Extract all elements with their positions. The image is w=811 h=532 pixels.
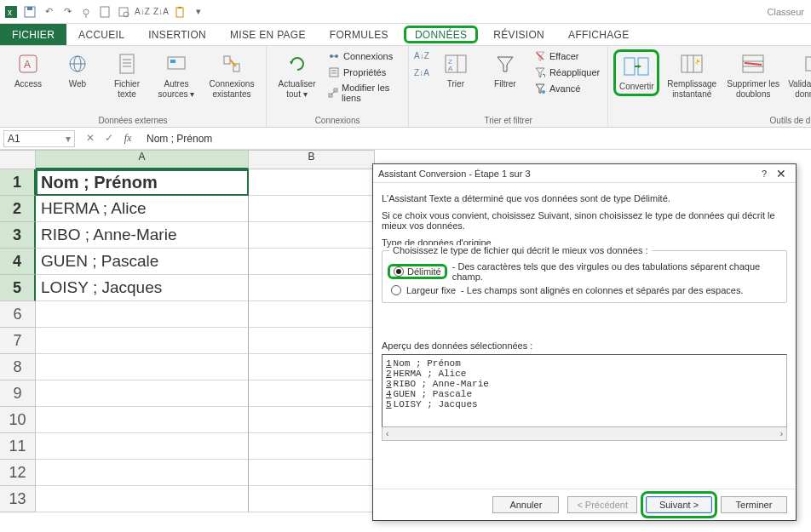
cell-b10[interactable]: [249, 407, 375, 433]
sort-asc-icon[interactable]: A↓Z: [135, 4, 150, 20]
cell-b6[interactable]: [249, 301, 375, 328]
row-header-6[interactable]: 6: [0, 301, 36, 328]
cell-b8[interactable]: [249, 354, 375, 380]
reapply-button[interactable]: Réappliquer: [532, 66, 602, 79]
cell-b13[interactable]: [249, 486, 375, 512]
qat-customize-icon[interactable]: ▾: [191, 4, 206, 20]
cell-a1[interactable]: Nom ; Prénom: [36, 169, 249, 196]
sort-desc-small-icon[interactable]: Z↓A: [414, 66, 429, 78]
cell-a4[interactable]: GUEN ; Pascale: [36, 249, 249, 275]
tab-layout[interactable]: MISE EN PAGE: [218, 24, 318, 45]
row-header-4[interactable]: 4: [0, 249, 36, 275]
cell-a8[interactable]: [36, 354, 249, 380]
cancel-formula-icon[interactable]: ✕: [82, 132, 99, 145]
row-header-8[interactable]: 8: [0, 354, 36, 380]
row-header-9[interactable]: 9: [0, 380, 36, 407]
properties-button[interactable]: Propriétés: [325, 66, 403, 79]
cancel-button[interactable]: Annuler: [492, 496, 559, 513]
paste-icon[interactable]: [172, 4, 187, 20]
advanced-filter-button[interactable]: Avancé: [532, 82, 602, 95]
new-icon[interactable]: [97, 4, 112, 20]
radio-fixed-width[interactable]: [391, 285, 401, 295]
row-header-10[interactable]: 10: [0, 407, 36, 433]
next-button[interactable]: Suivant >: [646, 496, 712, 513]
row-header-5[interactable]: 5: [0, 275, 36, 301]
enter-formula-icon[interactable]: ✓: [101, 132, 118, 145]
cell-b12[interactable]: [249, 460, 375, 486]
text-to-columns-button[interactable]: Convertir: [613, 49, 659, 96]
save-icon[interactable]: [22, 4, 37, 20]
properties-icon: [328, 66, 340, 78]
connections-button[interactable]: Connexions: [325, 49, 403, 63]
cell-a3[interactable]: RIBO ; Anne-Marie: [36, 222, 249, 249]
cell-a10[interactable]: [36, 407, 249, 433]
cell-b7[interactable]: [249, 328, 375, 354]
row-header-1[interactable]: 1: [0, 169, 36, 196]
undo-icon[interactable]: ↶: [41, 4, 56, 20]
radio-delimited[interactable]: [394, 266, 404, 277]
cell-b9[interactable]: [249, 380, 375, 407]
flash-fill-button[interactable]: Remplissage instantané: [663, 49, 721, 100]
access-button[interactable]: A Access: [5, 49, 51, 91]
select-all-corner[interactable]: [0, 151, 36, 169]
cell-a13[interactable]: [36, 486, 249, 512]
cell-b3[interactable]: [249, 222, 375, 249]
data-validation-button[interactable]: Validation des données ▾: [785, 49, 811, 100]
cell-a7[interactable]: [36, 328, 249, 354]
sort-desc-icon[interactable]: Z↓A: [153, 4, 169, 20]
preview-scrollbar[interactable]: ‹›: [382, 427, 787, 441]
svg-rect-3: [27, 7, 32, 10]
cell-a5[interactable]: LOISY ; Jacques: [36, 275, 249, 301]
tab-review[interactable]: RÉVISION: [481, 24, 556, 45]
cell-a11[interactable]: [36, 433, 249, 460]
remove-duplicates-button[interactable]: Supprimer les doublons: [724, 49, 782, 100]
tab-file[interactable]: FICHIER: [0, 24, 66, 45]
cell-a2[interactable]: HERMA ; Alice: [36, 196, 249, 222]
tab-insert[interactable]: INSERTION: [136, 24, 218, 45]
column-header-b[interactable]: B: [249, 151, 375, 169]
cell-a6[interactable]: [36, 301, 249, 328]
cell-b4[interactable]: [249, 249, 375, 275]
tab-data[interactable]: DONNÉES: [404, 26, 478, 43]
cell-a12[interactable]: [36, 460, 249, 486]
svg-rect-6: [101, 7, 109, 17]
refresh-all-button[interactable]: Actualiser tout ▾: [272, 49, 322, 100]
cell-b11[interactable]: [249, 433, 375, 460]
row-header-12[interactable]: 12: [0, 460, 36, 486]
fx-icon[interactable]: fx: [119, 132, 136, 145]
worksheet[interactable]: A B 1 Nom ; Prénom 2 HERMA ; Alice 3 RIB…: [0, 150, 375, 532]
cell-b2[interactable]: [249, 196, 375, 222]
dialog-help-icon[interactable]: ?: [756, 169, 772, 179]
column-header-a[interactable]: A: [36, 151, 249, 169]
touch-mode-icon[interactable]: [78, 4, 94, 20]
finish-button[interactable]: Terminer: [721, 496, 787, 513]
cell-a9[interactable]: [36, 380, 249, 407]
sort-button[interactable]: ZA Trier: [433, 49, 479, 91]
redo-icon[interactable]: ↷: [60, 4, 75, 20]
name-box[interactable]: A1: [3, 130, 75, 147]
row-header-2[interactable]: 2: [0, 196, 36, 222]
edit-links-button[interactable]: Modifier les liens: [325, 82, 403, 104]
from-web-button[interactable]: Web: [55, 49, 101, 91]
formula-input[interactable]: Nom ; Prénom: [141, 131, 811, 146]
row-header-7[interactable]: 7: [0, 328, 36, 354]
cell-b1[interactable]: [249, 169, 375, 196]
filter-button[interactable]: Filtrer: [482, 49, 528, 91]
sort-asc-small-icon[interactable]: A↓Z: [414, 49, 429, 61]
row-header-3[interactable]: 3: [0, 222, 36, 249]
tab-view[interactable]: AFFICHAGE: [556, 24, 641, 45]
tab-formulas[interactable]: FORMULES: [318, 24, 400, 45]
cell-b5[interactable]: [249, 275, 375, 301]
clear-filter-button[interactable]: Effacer: [532, 49, 602, 63]
data-type-fieldset: Choisissez le type de fichier qui décrit…: [382, 250, 787, 303]
row-header-11[interactable]: 11: [0, 433, 36, 460]
radio-delimited-label[interactable]: Délimité: [407, 266, 441, 277]
existing-connections-button[interactable]: Connexions existantes: [203, 49, 261, 100]
other-sources-button[interactable]: Autres sources ▾: [153, 49, 199, 100]
row-header-13[interactable]: 13: [0, 486, 36, 512]
radio-fixed-width-label[interactable]: Largeur fixe: [406, 285, 456, 295]
tab-home[interactable]: ACCUEIL: [66, 24, 136, 45]
dialog-close-icon[interactable]: ✕: [772, 167, 791, 180]
from-text-button[interactable]: Fichier texte: [104, 49, 150, 100]
print-preview-icon[interactable]: [116, 4, 131, 20]
